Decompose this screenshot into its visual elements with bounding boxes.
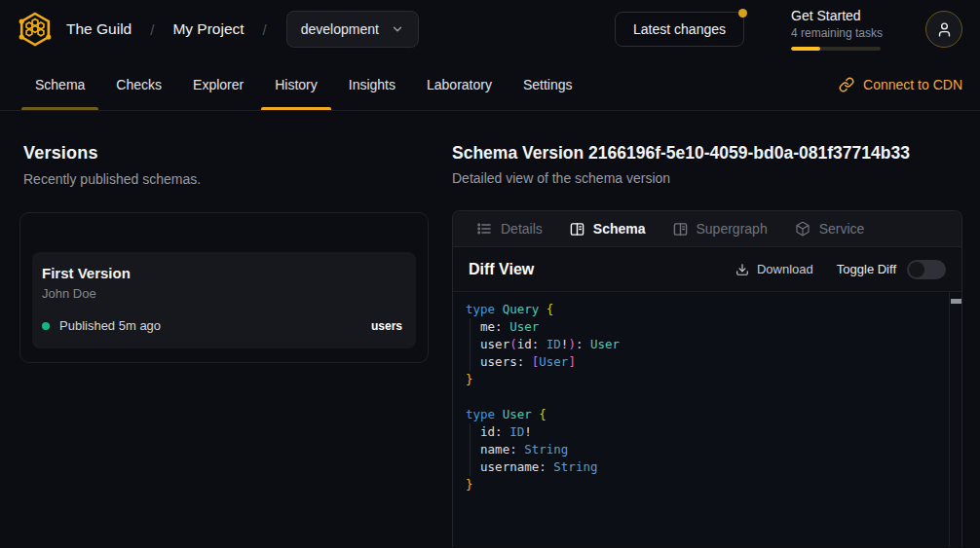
- detail-tab-label: Supergraph: [697, 221, 768, 237]
- download-label: Download: [757, 262, 813, 276]
- diff-actions: Download Toggle Diff: [735, 260, 946, 279]
- code-block: type Query { me: User user(id: ID!): Use…: [466, 301, 942, 493]
- top-bar: The Guild / My Project / development Lat…: [0, 0, 980, 58]
- tab-schema[interactable]: Schema: [19, 58, 100, 110]
- latest-changes-button[interactable]: Latest changes: [615, 12, 744, 47]
- connect-to-cdn-link[interactable]: Connect to CDN: [839, 58, 962, 110]
- hive-logo-icon[interactable]: [16, 10, 55, 49]
- code-line: id: ID!: [466, 423, 942, 441]
- breadcrumb-separator: /: [150, 21, 154, 38]
- version-detail-title: Schema Version 2166196f-5e10-4059-bd0a-0…: [452, 143, 962, 164]
- get-started-title: Get Started: [791, 8, 881, 23]
- versions-title: Versions: [23, 143, 429, 164]
- person-icon: [936, 21, 953, 38]
- download-button[interactable]: Download: [735, 262, 813, 276]
- code-line: username: String: [466, 458, 942, 476]
- columns-icon: [673, 222, 688, 237]
- code-line: users: [User]: [466, 353, 942, 371]
- get-started-progressbar: [791, 47, 881, 51]
- scrollbar-thumb[interactable]: [951, 299, 961, 304]
- code-scrollbar[interactable]: [949, 292, 961, 547]
- detail-tab-details[interactable]: Details: [463, 211, 556, 246]
- code-line: type User {: [466, 406, 942, 423]
- versions-list: First Version John Doe Published 5m ago …: [19, 212, 429, 363]
- user-avatar[interactable]: [925, 11, 962, 48]
- detail-tab-schema[interactable]: Schema: [556, 211, 660, 246]
- link-icon: [839, 77, 854, 92]
- columns-icon: [570, 222, 584, 237]
- toggle-diff-control: Toggle Diff: [837, 260, 946, 279]
- tab-history[interactable]: History: [259, 58, 333, 110]
- detail-tab-supergraph[interactable]: Supergraph: [660, 211, 781, 246]
- content: Versions Recently published schemas. Fir…: [0, 111, 980, 547]
- diff-view-header: Diff View Download Toggle Diff: [453, 247, 961, 292]
- version-detail-subtitle: Detailed view of the schema version: [452, 170, 962, 186]
- code-line: [466, 388, 942, 406]
- version-list-item[interactable]: First Version John Doe Published 5m ago …: [32, 252, 416, 348]
- target-select-value: development: [301, 21, 379, 37]
- version-name: First Version: [42, 265, 402, 281]
- tab-explorer[interactable]: Explorer: [177, 58, 259, 110]
- tab-insights[interactable]: Insights: [333, 58, 411, 110]
- schema-code-viewer: type Query { me: User user(id: ID!): Use…: [453, 292, 961, 547]
- version-detail: Schema Version 2166196f-5e10-4059-bd0a-0…: [429, 111, 980, 547]
- code-line: type Query {: [466, 301, 942, 318]
- code-line: me: User: [466, 318, 942, 336]
- tab-laboratory[interactable]: Laboratory: [411, 58, 508, 110]
- chevron-down-icon: [391, 22, 404, 36]
- tab-settings[interactable]: Settings: [508, 58, 588, 110]
- version-detail-panel: Details Schema Supergraph: [452, 210, 962, 547]
- version-status: Published 5m ago: [59, 318, 161, 333]
- code-line: user(id: ID!): User: [466, 336, 942, 353]
- list-icon: [476, 221, 492, 237]
- detail-tab-label: Details: [501, 221, 543, 237]
- toggle-diff-switch[interactable]: [907, 260, 946, 279]
- breadcrumb-org[interactable]: The Guild: [66, 20, 132, 38]
- service-badge: users: [371, 319, 402, 333]
- progress-fill: [791, 47, 820, 51]
- version-author: John Doe: [42, 286, 402, 301]
- published-status-dot: [42, 322, 50, 330]
- main-nav: Schema Checks Explorer History Insights …: [0, 58, 980, 111]
- cube-icon: [795, 221, 810, 237]
- version-meta-row: Published 5m ago users: [42, 318, 402, 333]
- detail-tabbar: Details Schema Supergraph: [453, 211, 961, 247]
- connect-to-cdn-label: Connect to CDN: [863, 77, 962, 92]
- latest-changes-label: Latest changes: [633, 21, 726, 37]
- detail-tab-service[interactable]: Service: [781, 211, 879, 246]
- notification-dot: [738, 9, 747, 18]
- breadcrumb-separator: /: [263, 21, 267, 38]
- indent-guide: [470, 423, 471, 476]
- versions-subtitle: Recently published schemas.: [23, 171, 429, 187]
- toggle-knob: [909, 262, 924, 277]
- tab-checks[interactable]: Checks: [100, 58, 177, 110]
- code-line: name: String: [466, 441, 942, 458]
- get-started-subtitle: 4 remaining tasks: [791, 26, 881, 40]
- target-select[interactable]: development: [286, 11, 419, 48]
- indent-guide: [470, 318, 471, 371]
- versions-panel: Versions Recently published schemas. Fir…: [0, 111, 429, 363]
- diff-view-title: Diff View: [469, 261, 534, 278]
- detail-tab-label: Schema: [593, 221, 646, 237]
- toggle-diff-label: Toggle Diff: [837, 262, 896, 276]
- detail-tab-label: Service: [819, 221, 865, 237]
- get-started-widget[interactable]: Get Started 4 remaining tasks: [791, 8, 881, 51]
- download-icon: [735, 263, 749, 276]
- breadcrumb-project[interactable]: My Project: [172, 20, 244, 38]
- breadcrumb: The Guild / My Project /: [66, 20, 267, 38]
- code-line: }: [466, 476, 942, 493]
- code-line: }: [466, 371, 942, 388]
